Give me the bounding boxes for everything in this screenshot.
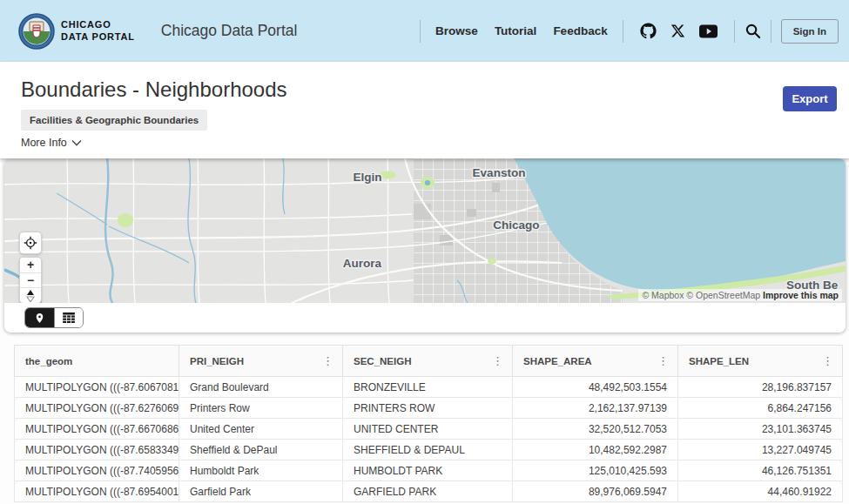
column-header-shape-len[interactable]: SHAPE_LEN⋮ <box>678 346 843 377</box>
map-label-chicago: Chicago <box>493 218 539 232</box>
chicago-city-seal-logo <box>18 13 55 50</box>
column-header-sec-neigh[interactable]: SEC_NEIGH⋮ <box>343 346 513 377</box>
data-table-section: the_geom PRI_NEIGH⋮ SEC_NEIGH⋮ SHAPE_ARE… <box>14 345 842 502</box>
mapbox-attribution-link[interactable]: © Mapbox <box>642 290 684 300</box>
cell-shape-len[interactable]: 44,460.91922 <box>678 481 843 502</box>
page-title: Boundaries - Neighborhoods <box>21 77 287 102</box>
brand-line1: CHICAGO <box>61 19 135 30</box>
cell-the-geom[interactable]: MULTIPOLYGON (((-87.60670812560… <box>15 377 179 398</box>
youtube-icon[interactable] <box>697 23 719 40</box>
map-view-button[interactable] <box>25 308 54 327</box>
header-divider <box>420 20 421 43</box>
nav-item-feedback[interactable]: Feedback <box>553 24 607 37</box>
table-row: MULTIPOLYGON (((-87.66706868914… United … <box>15 419 843 440</box>
cell-sec-neigh[interactable]: GARFIELD PARK <box>343 481 513 502</box>
cell-pri-neigh[interactable]: Printers Row <box>179 398 343 419</box>
column-header-the-geom[interactable]: the_geom <box>15 346 179 377</box>
x-twitter-icon[interactable] <box>669 22 687 40</box>
cell-shape-area[interactable]: 32,520,512.7053 <box>513 419 678 440</box>
table-row: MULTIPOLYGON (((-87.74059567509… Humbold… <box>15 460 843 481</box>
data-table: the_geom PRI_NEIGH⋮ SEC_NEIGH⋮ SHAPE_ARE… <box>14 345 843 502</box>
table-row: MULTIPOLYGON (((-87.62760697485… Printer… <box>15 398 843 419</box>
cell-sec-neigh[interactable]: BRONZEVILLE <box>343 377 513 398</box>
cell-shape-len[interactable]: 46,126.751351 <box>678 460 843 481</box>
table-row: MULTIPOLYGON (((-87.65833494805… Sheffie… <box>15 440 843 460</box>
cell-the-geom[interactable]: MULTIPOLYGON (((-87.65833494805… <box>15 440 179 460</box>
table-header-row: the_geom PRI_NEIGH⋮ SEC_NEIGH⋮ SHAPE_ARE… <box>15 346 843 377</box>
category-tag[interactable]: Facilities & Geographic Boundaries <box>21 110 207 131</box>
geolocate-button[interactable] <box>19 232 42 254</box>
cell-shape-len[interactable]: 6,864.247156 <box>678 398 843 419</box>
column-menu-icon[interactable]: ⋮ <box>490 354 505 367</box>
header-divider <box>623 20 623 43</box>
cell-pri-neigh[interactable]: United Center <box>179 419 343 440</box>
dataset-header-card: Boundaries - Neighborhoods Facilities & … <box>0 62 849 158</box>
header-divider <box>771 20 772 43</box>
table-grid-icon <box>63 312 75 323</box>
map-attribution: © Mapbox © OpenStreetMap Improve this ma… <box>638 289 842 301</box>
column-header-pri-neigh[interactable]: PRI_NEIGH⋮ <box>179 346 343 377</box>
column-menu-icon[interactable]: ⋮ <box>656 354 670 367</box>
view-toggle <box>24 307 84 328</box>
map-card: Elgin Evanston Chicago Aurora South Be +… <box>4 158 846 333</box>
cell-shape-area[interactable]: 2,162,137.97139 <box>513 398 678 419</box>
map-card-footer <box>4 303 846 333</box>
map-canvas[interactable]: Elgin Evanston Chicago Aurora South Be +… <box>4 158 846 303</box>
top-header: CHICAGO DATA PORTAL Chicago Data Portal … <box>0 0 849 62</box>
compass-icon <box>25 290 36 302</box>
sign-in-button[interactable]: Sign In <box>781 19 839 44</box>
cell-pri-neigh[interactable]: Sheffield & DePaul <box>179 440 343 460</box>
geolocate-icon <box>24 236 37 250</box>
cell-pri-neigh[interactable]: Humboldt Park <box>179 460 343 481</box>
map-zoom-controls: + − <box>19 257 42 303</box>
cell-the-geom[interactable]: MULTIPOLYGON (((-87.69540013130… <box>15 481 179 502</box>
improve-map-link[interactable]: Improve this map <box>763 290 839 300</box>
cell-shape-area[interactable]: 125,010,425.593 <box>513 460 678 481</box>
cell-shape-area[interactable]: 10,482,592.2987 <box>513 440 678 460</box>
column-menu-icon[interactable]: ⋮ <box>320 354 335 367</box>
cell-shape-area[interactable]: 48,492,503.1554 <box>513 377 678 398</box>
nav-item-tutorial[interactable]: Tutorial <box>495 24 537 37</box>
cell-sec-neigh[interactable]: SHEFFIELD & DEPAUL <box>343 440 513 460</box>
column-header-shape-area[interactable]: SHAPE_AREA⋮ <box>513 346 678 377</box>
header-nav: Browse Tutorial Feedback <box>435 24 608 37</box>
table-row: MULTIPOLYGON (((-87.60670812560… Grand B… <box>15 377 843 398</box>
basemap-image: Elgin Evanston Chicago Aurora South Be <box>4 158 846 303</box>
search-icon[interactable] <box>743 21 763 41</box>
more-info-label: More Info <box>21 137 67 149</box>
table-row: MULTIPOLYGON (((-87.69540013130… Garfiel… <box>15 481 843 502</box>
map-label-evanston: Evanston <box>473 166 526 179</box>
table-view-button[interactable] <box>54 308 83 327</box>
cell-the-geom[interactable]: MULTIPOLYGON (((-87.62760697485… <box>15 398 179 419</box>
osm-attribution-link[interactable]: © OpenStreetMap <box>686 290 760 300</box>
cell-sec-neigh[interactable]: HUMBOLDT PARK <box>343 460 513 481</box>
column-menu-icon[interactable]: ⋮ <box>820 354 835 367</box>
github-icon[interactable] <box>638 21 658 41</box>
zoom-in-button[interactable]: + <box>20 258 41 272</box>
cell-the-geom[interactable]: MULTIPOLYGON (((-87.74059567509… <box>15 460 179 481</box>
cell-shape-len[interactable]: 23,101.363745 <box>678 419 843 440</box>
cell-sec-neigh[interactable]: PRINTERS ROW <box>343 398 513 419</box>
more-info-toggle[interactable]: More Info <box>21 137 82 149</box>
site-title[interactable]: Chicago Data Portal <box>161 22 298 40</box>
header-divider <box>734 20 735 43</box>
cell-shape-len[interactable]: 13,227.049745 <box>678 440 843 460</box>
cell-shape-len[interactable]: 28,196.837157 <box>678 377 843 398</box>
chevron-down-icon <box>71 139 82 146</box>
cell-shape-area[interactable]: 89,976,069.5947 <box>513 481 678 502</box>
social-icons <box>638 21 719 41</box>
cell-sec-neigh[interactable]: UNITED CENTER <box>343 419 513 440</box>
cell-the-geom[interactable]: MULTIPOLYGON (((-87.66706868914… <box>15 419 179 440</box>
map-pin-icon <box>34 312 45 325</box>
brand-text[interactable]: CHICAGO DATA PORTAL <box>61 19 135 42</box>
brand-line2: DATA PORTAL <box>61 31 135 43</box>
zoom-out-button[interactable]: − <box>20 272 41 287</box>
map-label-aurora: Aurora <box>343 257 382 270</box>
cell-pri-neigh[interactable]: Grand Boulevard <box>179 377 343 398</box>
export-button[interactable]: Export <box>783 86 837 111</box>
nav-item-browse[interactable]: Browse <box>435 24 478 37</box>
compass-control[interactable] <box>20 287 41 303</box>
cell-pri-neigh[interactable]: Garfield Park <box>179 481 343 502</box>
map-label-elgin: Elgin <box>354 171 382 184</box>
